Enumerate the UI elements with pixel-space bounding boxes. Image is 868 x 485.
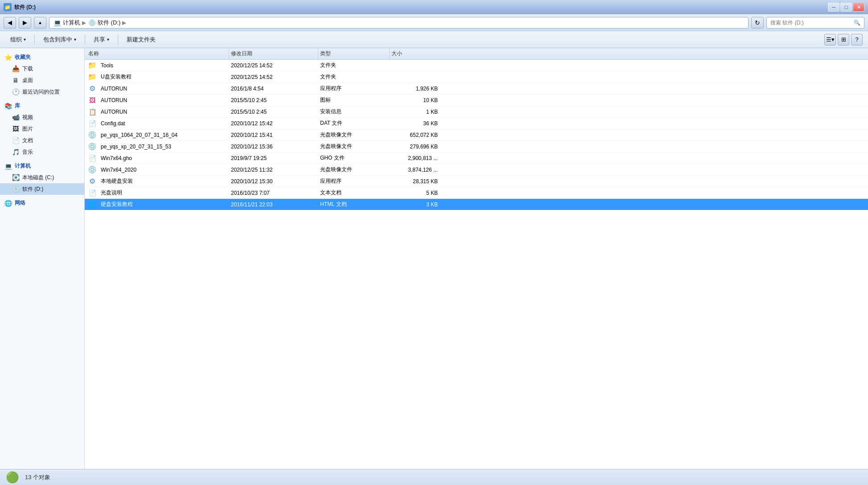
maximize-button[interactable]: □ — [840, 3, 852, 12]
sidebar-header-computer[interactable]: 💻 计算机 — [0, 160, 84, 172]
back-button[interactable]: ◀ — [4, 17, 16, 29]
file-name-cell: 📁 U盘安装教程 — [86, 73, 229, 81]
file-modified: 2015/5/10 2:45 — [229, 109, 318, 115]
table-row[interactable]: 🖼 AUTORUN 2015/5/10 2:45 图标 10 KB — [85, 95, 868, 106]
table-row[interactable]: 📁 Tools 2020/12/25 14:52 文件夹 — [85, 60, 868, 71]
file-name: AUTORUN — [99, 97, 129, 103]
search-input[interactable] — [770, 20, 854, 26]
file-type-icon: 📄 — [88, 119, 96, 127]
file-type-icon: 🖼 — [88, 96, 96, 104]
archive-button[interactable]: 包含到库中 ▾ — [38, 33, 81, 46]
file-name-cell: 💿 pe_yqs_xp_20_07_31_15_53 — [86, 143, 229, 151]
download-label: 下载 — [22, 65, 33, 73]
file-type: 文件夹 — [318, 62, 390, 69]
file-modified: 2016/11/21 22:03 — [229, 201, 318, 208]
file-name-cell: 📄 Config.dat — [86, 119, 229, 127]
col-name[interactable]: 名称 — [86, 48, 229, 59]
table-row[interactable]: 📄 Win7x64.gho 2019/9/7 19:25 GHO 文件 2,90… — [85, 152, 868, 164]
file-type: 安装信息 — [318, 108, 390, 115]
drive-c-label: 本地磁盘 (C:) — [22, 174, 54, 181]
breadcrumb: 💻 计算机 ▶ 💿 软件 (D:) ▶ — [49, 17, 749, 29]
table-row[interactable]: 📁 U盘安装教程 2020/12/25 14:52 文件夹 — [85, 71, 868, 83]
sidebar-header-network[interactable]: 🌐 网络 — [0, 197, 84, 209]
network-section-icon: 🌐 — [4, 200, 12, 207]
refresh-button[interactable]: ↻ — [751, 17, 764, 29]
table-row[interactable]: 📄 光盘说明 2016/10/23 7:07 文本文档 5 KB — [85, 187, 868, 199]
file-modified: 2016/1/8 4:54 — [229, 86, 318, 92]
file-size: 36 KB — [390, 120, 443, 127]
toolbar-separator-1 — [34, 35, 35, 45]
toolbar-separator-2 — [85, 35, 85, 45]
breadcrumb-drive[interactable]: 软件 (D:) — [98, 19, 120, 27]
sidebar-item-download[interactable]: 📥 下载 — [0, 63, 84, 74]
forward-button[interactable]: ▶ — [19, 17, 31, 29]
view-dropdown-button[interactable]: ☰▾ — [824, 34, 836, 45]
file-size: 5 KB — [390, 190, 443, 196]
preview-button[interactable]: ⊞ — [838, 34, 849, 45]
title-bar: 📁 软件 (D:) ─ □ ✕ — [0, 0, 868, 14]
sidebar-item-drive-d[interactable]: 💿 软件 (D:) — [0, 183, 84, 195]
col-type[interactable]: 类型 — [318, 48, 390, 59]
file-name-cell: ⚙ AUTORUN — [86, 85, 229, 93]
breadcrumb-separator-1: ▶ — [82, 20, 86, 26]
organize-button[interactable]: 组织 ▾ — [5, 33, 31, 46]
file-type: 文本文档 — [318, 189, 390, 197]
address-bar: ◀ ▶ ▲ 💻 计算机 ▶ 💿 软件 (D:) ▶ ↻ 🔍 — [0, 14, 868, 31]
file-size: 652,072 KB — [390, 132, 443, 138]
file-type: GHO 文件 — [318, 154, 390, 162]
breadcrumb-computer[interactable]: 计算机 — [63, 19, 80, 27]
file-modified: 2020/10/12 15:41 — [229, 132, 318, 138]
desktop-label: 桌面 — [22, 77, 33, 84]
sidebar-section-network: 🌐 网络 — [0, 197, 84, 209]
sidebar-item-desktop[interactable]: 🖥 桌面 — [0, 74, 84, 86]
file-name-cell: 📁 Tools — [86, 62, 229, 70]
file-type-icon: 📄 — [88, 154, 96, 162]
sidebar-item-recent[interactable]: 🕐 最近访问的位置 — [0, 86, 84, 98]
file-name-cell: 📋 AUTORUN — [86, 108, 229, 116]
download-icon: 📥 — [12, 65, 20, 73]
search-bar[interactable]: 🔍 — [766, 17, 864, 29]
sidebar-item-video[interactable]: 📹 视频 — [0, 111, 84, 123]
minimize-button[interactable]: ─ — [828, 3, 839, 12]
file-type: 应用程序 — [318, 85, 390, 92]
col-modified[interactable]: 修改日期 — [229, 48, 318, 59]
table-row[interactable]: 📋 AUTORUN 2015/5/10 2:45 安装信息 1 KB — [85, 106, 868, 118]
new-folder-button[interactable]: 新建文件夹 — [122, 33, 160, 46]
file-type-icon: ⚙ — [88, 85, 96, 93]
table-row[interactable]: 💿 Win7x64_2020 2020/12/25 11:32 光盘映像文件 3… — [85, 164, 868, 176]
table-row[interactable]: ⚙ 本地硬盘安装 2020/10/12 15:30 应用程序 28,315 KB — [85, 176, 868, 187]
music-icon: 🎵 — [12, 148, 20, 156]
share-button[interactable]: 共享 ▾ — [89, 33, 114, 46]
recent-label: 最近访问的位置 — [22, 88, 60, 96]
table-row[interactable]: 💿 pe_yqs_xp_20_07_31_15_53 2020/10/12 15… — [85, 141, 868, 152]
up-button[interactable]: ▲ — [34, 17, 46, 29]
file-name: AUTORUN — [99, 109, 129, 115]
file-modified: 2015/5/10 2:45 — [229, 97, 318, 103]
sidebar-item-drive-c[interactable]: 💽 本地磁盘 (C:) — [0, 172, 84, 183]
sidebar-item-pictures[interactable]: 🖼 图片 — [0, 123, 84, 135]
sidebar-item-documents[interactable]: 📄 文档 — [0, 135, 84, 146]
file-modified: 2020/10/12 15:42 — [229, 120, 318, 127]
share-label: 共享 — [94, 36, 105, 44]
table-row[interactable]: ⚙ AUTORUN 2016/1/8 4:54 应用程序 1,926 KB — [85, 83, 868, 95]
table-row[interactable]: 📄 Config.dat 2020/10/12 15:42 DAT 文件 36 … — [85, 118, 868, 129]
sidebar-header-library[interactable]: 📚 库 — [0, 100, 84, 111]
title-bar-controls: ─ □ ✕ — [828, 3, 864, 12]
table-row[interactable]: 💿 pe_yqs_1064_20_07_31_16_04 2020/10/12 … — [85, 129, 868, 141]
computer-section-icon: 💻 — [4, 163, 12, 170]
file-name: 本地硬盘安装 — [99, 177, 135, 185]
drive-icon: 💿 — [88, 19, 96, 27]
file-modified: 2020/12/25 14:52 — [229, 62, 318, 69]
file-size: 1 KB — [390, 109, 443, 115]
close-button[interactable]: ✕ — [853, 3, 864, 12]
help-button[interactable]: ? — [851, 34, 863, 45]
sidebar-header-favorites[interactable]: ⭐ 收藏夹 — [0, 52, 84, 63]
sidebar-item-music[interactable]: 🎵 音乐 — [0, 146, 84, 158]
file-size: 279,696 KB — [390, 144, 443, 150]
col-size[interactable]: 大小 — [390, 48, 443, 59]
table-row[interactable]: 🌐 硬盘安装教程 2016/11/21 22:03 HTML 文档 3 KB — [85, 199, 868, 210]
pictures-label: 图片 — [22, 125, 33, 133]
share-dropdown-icon: ▾ — [107, 37, 109, 42]
file-type: HTML 文档 — [318, 201, 390, 208]
library-label: 库 — [15, 102, 20, 110]
